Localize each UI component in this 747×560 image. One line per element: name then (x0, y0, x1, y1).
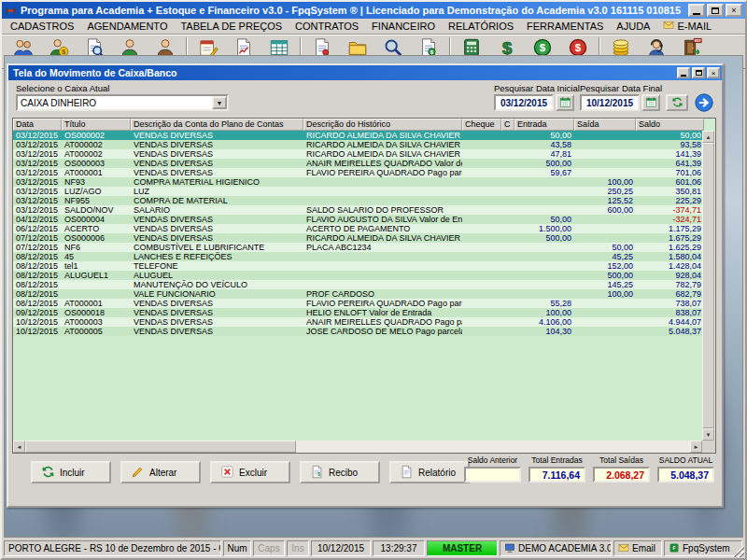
column-header-descricao-da-conta-do-plano-de-contas[interactable]: Descrição da Conta do Plano de Contas (131, 119, 303, 131)
cell: COMPRA DE MATERIAL (131, 196, 303, 205)
table-row[interactable]: 09/12/2015OS000018VENDAS DIVERSASHELIO E… (13, 308, 702, 317)
caixa-title-bar: Tela do Movimento de Caixa/Banco × (8, 65, 722, 80)
cell: 03/12/2015 (13, 131, 62, 140)
horizontal-scroll-thumb[interactable] (25, 441, 296, 453)
button-recibo[interactable]: $Recibo (300, 461, 380, 483)
column-header-descricao-do-historico[interactable]: Descrição do Histórico (303, 119, 462, 131)
menu-item-cadastros[interactable]: CADASTROS (4, 19, 80, 34)
menu-item-tabela-de-precos[interactable]: TABELA DE PREÇOS (174, 19, 289, 34)
table-row[interactable]: 08/12/2015VALE FUNCIONARIOPROF CARDOSO10… (13, 289, 702, 299)
date-start-calendar-button[interactable] (556, 94, 574, 111)
scroll-up-icon[interactable]: ▲ (702, 131, 714, 143)
date-end-input[interactable]: 10/12/2015 (580, 94, 640, 111)
date-end-calendar-button[interactable] (641, 94, 660, 111)
horizontal-scrollbar[interactable]: ◄ ► (13, 441, 702, 453)
cell (501, 252, 514, 261)
calendar-icon (559, 96, 571, 110)
table-row[interactable]: 03/12/2015OS000003VENDAS DIVERSASANAIR M… (13, 159, 702, 168)
status-current-user: MASTER (427, 540, 498, 556)
close-button[interactable]: × (726, 4, 742, 17)
chevron-down-icon[interactable]: ▼ (212, 96, 227, 109)
cell: 250,25 (574, 187, 636, 196)
resize-grip[interactable] (732, 545, 744, 557)
button-incluir[interactable]: Incluir (31, 461, 111, 483)
menu-item-e-mail[interactable]: E-MAIL (656, 18, 718, 35)
table-row[interactable]: 08/12/2015MANUTENÇÃO DO VEÍCULO145,25782… (13, 280, 702, 289)
caixa-select[interactable]: CAIXA DINHEIRO ▼ (16, 94, 229, 111)
column-header-data[interactable]: Data (13, 119, 62, 131)
vertical-scrollbar[interactable]: ▲ ▼ (702, 131, 715, 441)
table-row[interactable]: 03/12/2015SALDO/NOVSALARIOSALDO SALARIO … (13, 205, 702, 215)
cell: 50,00 (514, 131, 574, 140)
scroll-left-icon[interactable]: ◄ (13, 441, 25, 453)
menu-item-ajuda[interactable]: AJUDA (610, 19, 656, 34)
caixa-minimize-button[interactable] (677, 67, 690, 78)
cell: 47,81 (514, 149, 574, 159)
table-row[interactable]: 04/12/2015OS000004VENDAS DIVERSASFLAVIO … (13, 215, 702, 224)
svg-text:$: $ (575, 42, 582, 53)
scroll-right-icon[interactable]: ► (690, 441, 702, 453)
title-bar: Programa para Academia + Estoque e Finan… (2, 2, 745, 19)
monitor-icon (504, 542, 515, 555)
scroll-down-icon[interactable]: ▼ (702, 428, 714, 441)
menu-item-relatorios[interactable]: RELATÓRIOS (442, 19, 520, 34)
table-row[interactable]: 10/12/2015AT000003VENDAS DIVERSASANAIR M… (13, 317, 702, 327)
button-relatorio[interactable]: Relatório (389, 461, 470, 483)
close-icon: × (712, 69, 716, 77)
table-row[interactable]: 03/12/2015AT000002VENDAS DIVERSASRICARDO… (13, 140, 702, 149)
date-start-input[interactable]: 03/12/2015 (494, 94, 554, 111)
column-header-saldo[interactable]: Saldo (636, 119, 704, 131)
button-excluir[interactable]: Excluir (210, 461, 290, 483)
table-row[interactable]: 08/12/2015AT000001VENDAS DIVERSASFLAVIO … (13, 299, 702, 308)
scroll-track[interactable] (296, 441, 690, 453)
table-row[interactable]: 10/12/2015AT000005VENDAS DIVERSASJOSE CA… (13, 327, 702, 336)
calendar-icon (645, 96, 657, 110)
refresh-button[interactable] (666, 94, 688, 111)
table-row[interactable]: 08/12/2015ALUGUEL1ALUGUEL500,00928,04 (13, 271, 702, 280)
button-label: Alterar (149, 468, 176, 478)
cell: VENDAS DIVERSAS (131, 327, 303, 336)
cell: VENDAS DIVERSAS (131, 317, 303, 327)
column-header-saida[interactable]: Saída (574, 119, 636, 131)
doc_lines-icon (400, 465, 414, 481)
cell (574, 327, 636, 336)
table-row[interactable]: 08/12/2015tel1TELEFONE152,001.428,04 (13, 261, 702, 271)
menu-item-agendamento[interactable]: AGENDAMENTO (80, 19, 174, 34)
cell: PROF CARDOSO (303, 289, 462, 299)
menu-item-contratos[interactable]: CONTRATOS (289, 19, 365, 34)
column-header-titulo[interactable]: Título (62, 119, 131, 131)
menu-item-ferramentas[interactable]: FERRAMENTAS (520, 19, 610, 34)
minimize-button[interactable] (688, 4, 705, 17)
table-row[interactable]: 03/12/2015NF955COMPRA DE MATERIAL125,522… (13, 196, 702, 205)
table-row[interactable]: 03/12/2015LUZ/AGOLUZ250,25350,81 (13, 187, 702, 196)
cell: 06/12/2015 (13, 224, 62, 233)
caixa-body: Selecione o Caixa Atual CAIXA DINHEIRO ▼… (8, 80, 722, 506)
maximize-icon (696, 70, 702, 76)
cell: SALDO SALARIO DO PROFESSOR (303, 205, 462, 215)
vertical-scroll-thumb[interactable] (702, 143, 714, 428)
button-alterar[interactable]: Alterar (120, 461, 201, 483)
table-row[interactable]: 03/12/2015NF93COMPRA MATERIAL HIGIENICO1… (13, 177, 702, 187)
column-header-c[interactable]: C (501, 119, 514, 131)
total-label: Total Entradas (529, 455, 585, 465)
menu-item-financeiro[interactable]: FINANCEIRO (365, 19, 442, 34)
menu-bar: CADASTROSAGENDAMENTOTABELA DE PREÇOSCONT… (2, 19, 745, 35)
caixa-close-button[interactable]: × (707, 67, 720, 78)
column-header-cheque[interactable]: Cheque (462, 119, 501, 131)
column-header-entrada[interactable]: Entrada (514, 119, 574, 131)
table-row[interactable]: 03/12/2015AT000002VENDAS DIVERSASRICARDO… (13, 149, 702, 159)
select-caixa-label: Selecione o Caixa Atual (16, 83, 109, 93)
cell (462, 271, 501, 280)
table-row[interactable]: 03/12/2015AT000001VENDAS DIVERSASFLAVIO … (13, 168, 702, 177)
table-row[interactable]: 03/12/2015OS000002VENDAS DIVERSASRICARDO… (13, 131, 702, 140)
caixa-maximize-button[interactable] (692, 67, 705, 78)
table-row[interactable]: 07/12/2015NF6COMBUSTÍVEL E LUBRIFICANTEP… (13, 243, 702, 252)
table-row[interactable]: 08/12/201545LANCHES E REFEIÇÕES45,251.58… (13, 252, 702, 261)
envelope-icon (663, 20, 674, 33)
table-row[interactable]: 06/12/2015ACERTOVENDAS DIVERSASACERTO DE… (13, 224, 702, 233)
menu-item-label: FINANCEIRO (372, 21, 435, 32)
table-row[interactable]: 07/12/2015OS000006VENDAS DIVERSASRICARDO… (13, 233, 702, 243)
go-arrow-button[interactable] (694, 92, 714, 113)
mdi-area: Tela do Movimento de Caixa/Banco × Selec… (4, 55, 743, 538)
maximize-button[interactable] (707, 4, 724, 17)
